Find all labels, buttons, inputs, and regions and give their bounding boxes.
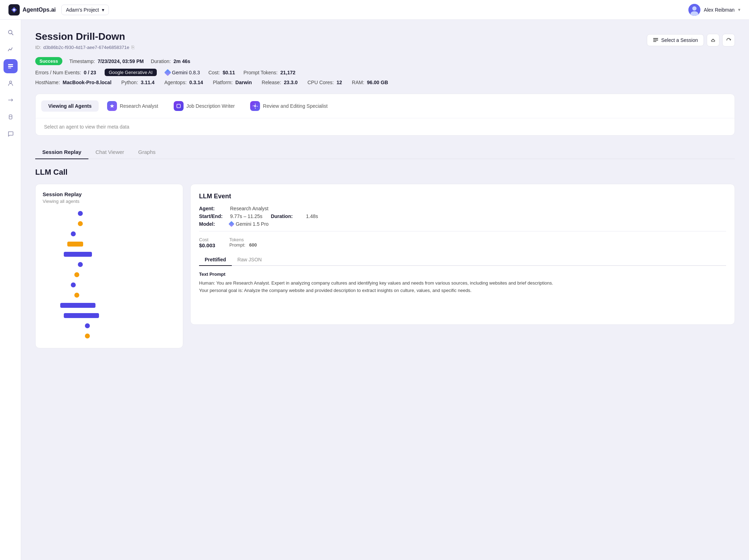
copy-icon[interactable]: ⎘ (131, 44, 134, 50)
agents-card: Viewing all Agents Research Analyst Job … (35, 94, 735, 136)
ram-label: RAM: (352, 80, 364, 85)
timestamp-item: Timestamp: 7/23/2024, 03:59 PM (69, 58, 144, 64)
model-badge: Gemini 0.8.3 (165, 70, 200, 75)
release-label: Release: (262, 80, 281, 85)
debug-icon (7, 114, 14, 120)
prompt-tokens-value: 21,172 (280, 70, 296, 75)
job-description-label: Job Description Writer (186, 103, 235, 109)
topnav-right: Alex Reibman ▾ (688, 4, 741, 16)
timeline-item (60, 303, 176, 308)
session-tabs: Session Replay Chat Viewer Graphs (35, 145, 735, 159)
status-badge: Success (35, 57, 62, 65)
svg-line-5 (12, 33, 13, 35)
event-model-row: Model: Gemini 1.5 Pro (199, 221, 726, 227)
chat-icon (7, 131, 14, 137)
sidebar-item-agents[interactable] (4, 76, 18, 90)
sidebar-item-analytics[interactable] (4, 42, 18, 56)
event-title: LLM Event (199, 193, 726, 200)
ram-item: RAM: 96.00 GB (352, 80, 388, 85)
python-value: 3.11.4 (141, 80, 155, 85)
duration-item: Duration: 2m 46s (151, 58, 190, 64)
platform-value: Darwin (235, 80, 252, 85)
select-session-button[interactable]: Select a Session (647, 34, 704, 46)
job-icon (174, 101, 184, 111)
cost-item: Cost: $0.11 (208, 70, 235, 75)
llm-event-card: LLM Event Agent: Research Analyst Start/… (190, 184, 735, 325)
gemini-icon (164, 69, 171, 76)
timeline-dot (60, 303, 95, 308)
session-id-value: d3b86b2c-f930-4d17-aee7-674e6858371e (43, 45, 129, 50)
timeline-item (74, 272, 176, 277)
sidebar-item-search[interactable] (4, 25, 18, 39)
timeline-item (71, 231, 176, 236)
timeline-item (67, 242, 176, 247)
user-avatar-image (688, 4, 700, 16)
meta-row-1: Success Timestamp: 7/23/2024, 03:59 PM D… (35, 57, 735, 65)
timeline-item (78, 262, 176, 267)
agents-hint: Select an agent to view their meta data (36, 118, 735, 135)
startend-label: Start/End: (199, 213, 227, 219)
hostname-label: HostName: (35, 80, 60, 85)
flows-icon (7, 97, 14, 103)
svg-rect-6 (8, 64, 13, 65)
user-chevron-icon: ▾ (738, 7, 741, 12)
tab-review-editing[interactable]: Review and Editing Specialist (243, 98, 335, 114)
tab-prettified[interactable]: Prettified (199, 254, 232, 266)
timeline-dot (85, 323, 90, 328)
tokens-block-label: Tokens (229, 237, 257, 242)
tab-session-replay[interactable]: Session Replay (35, 145, 88, 159)
platform-item: Platform: Darwin (213, 80, 252, 85)
sidebar-item-sessions[interactable] (4, 59, 18, 73)
cost-block: Cost $0.003 (199, 237, 215, 248)
timeline-item (74, 293, 176, 298)
cpu-item: CPU Cores: 12 (308, 80, 342, 85)
sidebar-item-chat[interactable] (4, 127, 18, 141)
tab-chat-viewer[interactable]: Chat Viewer (88, 145, 131, 159)
model-ev-label: Model: (199, 221, 227, 227)
svg-rect-7 (8, 66, 13, 67)
llm-layout: Session Replay Viewing all agents LLM Ev… (35, 184, 735, 348)
tab-viewing-all[interactable]: Viewing all Agents (41, 100, 99, 112)
chevron-down-icon: ▾ (102, 7, 104, 13)
page-header: Session Drill-Down ID: d3b86b2c-f930-4d1… (35, 31, 735, 50)
tab-graphs[interactable]: Graphs (131, 145, 162, 159)
timestamp-value: 7/23/2024, 03:59 PM (98, 58, 144, 64)
sidebar-item-debug[interactable] (4, 110, 18, 124)
tab-research-analyst[interactable]: Research Analyst (100, 98, 165, 114)
collapse-icon (711, 38, 716, 43)
svg-point-2 (692, 6, 697, 11)
research-analyst-icon (107, 101, 117, 111)
event-agent-row: Agent: Research Analyst (199, 206, 726, 211)
page-title: Session Drill-Down (35, 31, 134, 42)
tab-raw-json[interactable]: Raw JSON (232, 254, 267, 266)
errors-value: 0 / 23 (84, 70, 96, 75)
sidebar-item-flows[interactable] (4, 93, 18, 107)
session-id-label: ID: (35, 45, 41, 50)
tab-job-description-writer[interactable]: Job Description Writer (167, 98, 242, 114)
prettified-label: Prettified (205, 257, 226, 262)
svg-point-17 (254, 105, 256, 107)
top-navigation: AgentOps.ai Adam's Project ▾ Alex Reibma… (0, 0, 749, 20)
logo-icon (8, 4, 20, 15)
agents-tabs: Viewing all Agents Research Analyst Job … (36, 94, 735, 118)
text-prompt-content: Human: You are Research Analyst. Expert … (199, 280, 726, 294)
cost-block-value: $0.003 (199, 242, 215, 248)
platform-label: Platform: (213, 80, 233, 85)
duration-ev-label: Duration: (271, 213, 299, 219)
refresh-button[interactable] (722, 34, 735, 46)
session-replay-card: Session Replay Viewing all agents (35, 184, 183, 348)
model-value: Gemini 0.8.3 (172, 70, 200, 75)
collapse-button[interactable] (707, 34, 719, 46)
header-actions: Select a Session (647, 34, 735, 46)
project-selector[interactable]: Adam's Project ▾ (61, 5, 109, 15)
model-ev-value: Gemini 1.5 Pro (236, 221, 268, 227)
chat-viewer-label: Chat Viewer (95, 149, 124, 155)
svg-rect-10 (9, 115, 12, 119)
cpu-label: CPU Cores: (308, 80, 334, 85)
review-icon (250, 101, 260, 111)
llm-section-title: LLM Call (35, 168, 735, 177)
square-icon (176, 103, 181, 109)
app-name: AgentOps.ai (23, 7, 56, 13)
replay-card-title: Session Replay (43, 191, 176, 197)
svg-rect-12 (653, 38, 658, 39)
